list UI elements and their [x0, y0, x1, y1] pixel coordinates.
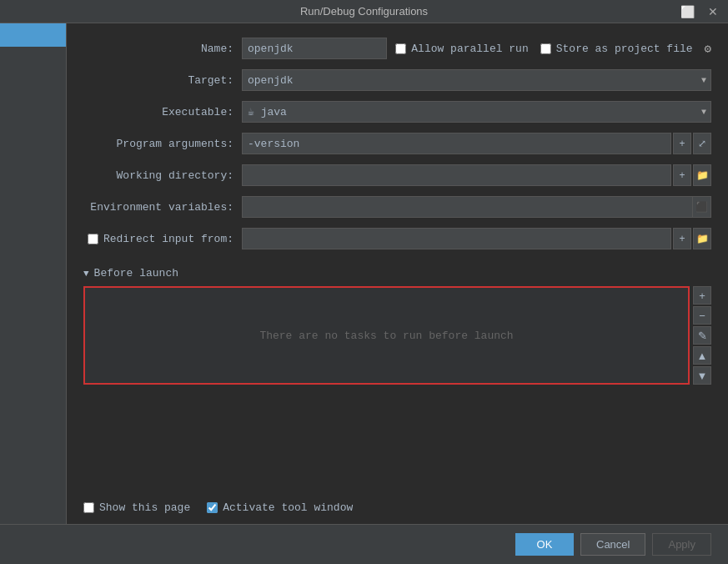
name-input[interactable] — [242, 38, 387, 59]
content-panel: Name: Allow parallel run Store as projec… — [67, 23, 728, 564]
show-this-page-text: Show this page — [99, 501, 190, 514]
env-row-container: ⬛ — [242, 196, 711, 218]
dialog-title: Run/Debug Configurations — [300, 5, 428, 18]
environment-variables-row: Environment variables: ⬛ — [83, 195, 711, 219]
program-arguments-label: Program arguments: — [83, 138, 242, 150]
working-directory-input[interactable] — [242, 164, 671, 186]
redirect-input-browse-btn[interactable]: 📁 — [693, 228, 711, 249]
after-launch-area — [83, 386, 711, 490]
working-directory-label: Working directory: — [83, 169, 242, 182]
redirect-input-label[interactable]: Redirect input from: — [88, 233, 233, 245]
program-arguments-expand-btn[interactable]: + — [673, 133, 691, 154]
main-container: Name: Allow parallel run Store as projec… — [0, 23, 728, 564]
before-launch-header: ▼ Before launch — [83, 267, 711, 279]
store-as-project-file-text: Store as project file — [556, 43, 693, 55]
redirect-input-label-area: Redirect input from: — [83, 233, 242, 245]
before-launch-arrow: ▼ — [83, 269, 89, 279]
apply-button[interactable]: Apply — [652, 533, 711, 556]
left-selected-item[interactable] — [0, 23, 66, 47]
target-select-container: openjdk ▼ — [242, 69, 711, 91]
before-launch-add-btn[interactable]: + — [693, 286, 711, 305]
window-controls: ⬜ ✕ — [677, 6, 721, 18]
redirect-input-expand-btn[interactable]: + — [673, 228, 691, 249]
target-label: Target: — [83, 74, 242, 87]
program-arguments-input[interactable] — [242, 133, 671, 154]
bottom-options: Show this page Activate tool window — [83, 501, 711, 514]
working-directory-expand-btn[interactable]: + — [673, 164, 691, 186]
environment-variables-label: Environment variables: — [83, 201, 242, 214]
allow-parallel-run-checkbox[interactable] — [395, 43, 406, 54]
allow-parallel-run-label[interactable]: Allow parallel run — [395, 43, 528, 55]
minimize-button[interactable]: ⬜ — [677, 6, 698, 18]
executable-row: Executable: ☕ java ▼ — [83, 100, 711, 123]
name-label: Name: — [83, 43, 242, 55]
activate-tool-window-text: Activate tool window — [223, 501, 353, 514]
before-launch-label: Before launch — [94, 267, 178, 279]
redirect-input-input[interactable] — [242, 228, 671, 249]
name-row: Name: Allow parallel run Store as projec… — [83, 37, 711, 60]
show-this-page-label[interactable]: Show this page — [83, 501, 190, 514]
footer: OK Cancel Apply — [0, 524, 728, 564]
environment-variables-input-area — [242, 196, 693, 218]
working-directory-browse-btn[interactable]: 📁 — [693, 164, 711, 186]
working-directory-row: Working directory: + 📁 — [83, 164, 711, 187]
redirect-input-row: Redirect input from: + 📁 — [83, 227, 711, 250]
before-launch-empty-text: There are no tasks to run before launch — [259, 330, 513, 342]
target-row: Target: openjdk ▼ — [83, 68, 711, 92]
cancel-button[interactable]: Cancel — [580, 533, 645, 556]
executable-select-container: ☕ java ▼ — [242, 101, 711, 123]
activate-tool-window-label[interactable]: Activate tool window — [207, 501, 353, 514]
environment-variables-browse-btn[interactable]: ⬛ — [693, 196, 711, 218]
close-button[interactable]: ✕ — [705, 6, 721, 18]
left-panel — [0, 23, 67, 564]
redirect-input-container: + 📁 — [242, 228, 711, 249]
before-launch-up-btn[interactable]: ▲ — [693, 346, 711, 365]
allow-parallel-run-text: Allow parallel run — [411, 43, 528, 55]
before-launch-area: There are no tasks to run before launch … — [83, 286, 711, 385]
store-as-project-file-label[interactable]: Store as project file — [540, 43, 693, 55]
working-directory-container: + 📁 — [242, 164, 711, 186]
title-bar: Run/Debug Configurations ⬜ ✕ — [0, 0, 728, 23]
redirect-input-checkbox[interactable] — [88, 234, 98, 244]
before-launch-down-btn[interactable]: ▼ — [693, 366, 711, 385]
executable-select[interactable]: ☕ java — [242, 101, 711, 123]
name-row-extras: Allow parallel run Store as project file… — [395, 42, 711, 56]
before-launch-side-buttons: + − ✎ ▲ ▼ — [693, 286, 711, 385]
program-arguments-container: + ⤢ — [242, 133, 711, 154]
program-arguments-row: Program arguments: + ⤢ — [83, 132, 711, 155]
before-launch-edit-btn[interactable]: ✎ — [693, 326, 711, 345]
show-this-page-checkbox[interactable] — [83, 502, 94, 513]
before-launch-remove-btn[interactable]: − — [693, 306, 711, 325]
settings-icon[interactable]: ⚙ — [705, 42, 711, 56]
executable-label: Executable: — [83, 106, 242, 118]
program-arguments-browse-btn[interactable]: ⤢ — [693, 133, 711, 154]
store-as-project-file-checkbox[interactable] — [540, 43, 551, 54]
redirect-input-text: Redirect input from: — [103, 233, 233, 245]
before-launch-list: There are no tasks to run before launch — [83, 286, 690, 385]
activate-tool-window-checkbox[interactable] — [207, 502, 218, 513]
target-select[interactable]: openjdk — [242, 69, 711, 91]
ok-button[interactable]: OK — [515, 533, 574, 556]
